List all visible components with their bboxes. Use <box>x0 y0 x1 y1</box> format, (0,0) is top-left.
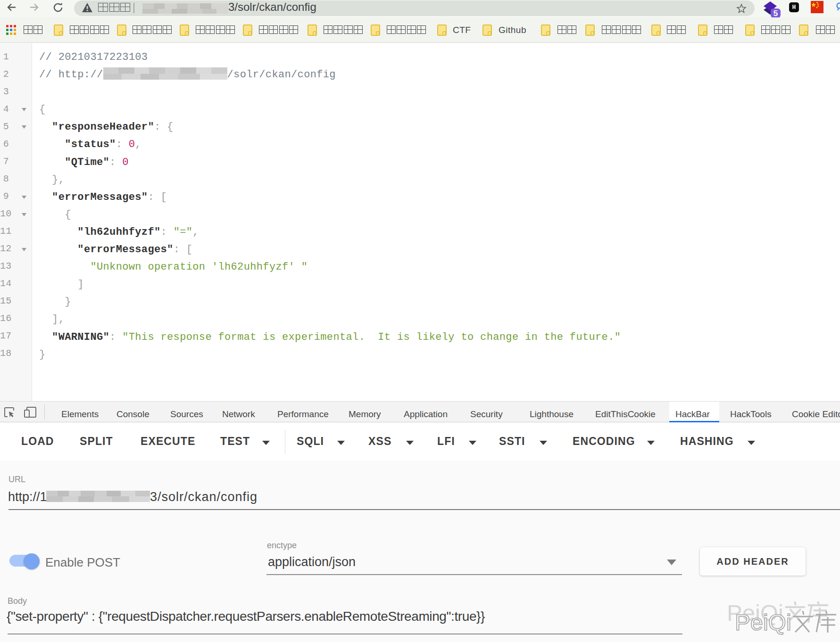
svg-text:5: 5 <box>773 9 778 17</box>
